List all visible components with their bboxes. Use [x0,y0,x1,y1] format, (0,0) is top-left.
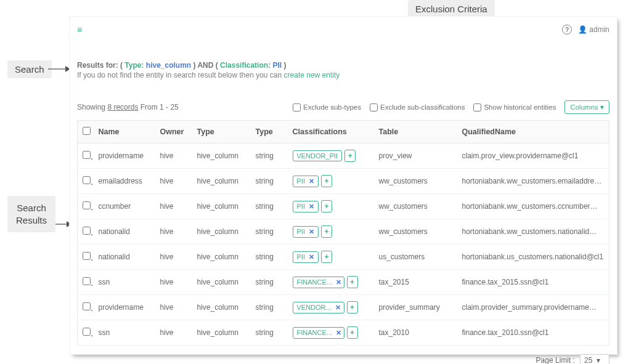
type-label: Type: [124,61,145,70]
classification-tag[interactable]: PII✕ [293,201,319,212]
owner-cell: hive [155,169,192,194]
add-classification-button[interactable]: + [321,251,332,263]
page-limit-select[interactable]: 25 ▾ [580,354,609,364]
name-cell[interactable]: ssn [94,270,155,295]
show-historical[interactable]: Show historical entities [473,103,556,111]
help-icon[interactable]: ? [562,25,572,34]
remove-tag-icon[interactable]: ✕ [309,228,314,236]
columns-button[interactable]: Columns ▾ [564,100,609,114]
helper-text: If you do not find the entity in search … [77,71,284,79]
col-name[interactable]: Name [94,121,155,144]
table-cell[interactable]: provider_summary [374,295,457,320]
remove-tag-icon[interactable]: ✕ [309,177,314,185]
owner-cell: hive [155,295,192,320]
table-cell[interactable]: us_customers [374,245,457,270]
classification-tag[interactable]: VENDOR...✕ [293,302,344,313]
col-type2[interactable]: Type [251,121,288,144]
class-value: PII [272,61,282,70]
topbar: ≡ ? admin [77,22,609,38]
records-count: 8 records [107,103,138,111]
remove-tag-icon[interactable]: ✕ [336,278,341,286]
add-classification-button[interactable]: + [344,150,356,162]
name-cell[interactable]: ssn [94,320,155,346]
showing-post: From 1 - 25 [138,103,178,111]
page-limit-label: Page Limit : [536,356,575,364]
exclude-sub-types[interactable]: Exclude sub-types [293,103,361,111]
add-classification-button[interactable]: + [347,301,358,313]
table-row: emailaddresshivehive_columnstringPII✕+ww… [78,169,609,194]
add-classification-button[interactable]: + [321,175,332,187]
classification-tag[interactable]: FINANCE...✕ [293,277,344,288]
remove-tag-icon[interactable]: ✕ [309,253,314,261]
classification-tag[interactable]: VENDOR_PII [293,150,343,161]
table-cell[interactable]: prov_view [374,144,457,169]
row-checkbox[interactable] [83,227,91,235]
type2-cell: string [251,320,288,346]
table-cell[interactable]: ww_customers [374,169,457,194]
type-value: hive_column [146,61,191,70]
row-checkbox[interactable] [83,252,91,260]
select-all-checkbox[interactable] [83,127,91,135]
classification-tag[interactable]: PII✕ [293,251,319,263]
table-cell[interactable]: tax_2010 [374,320,457,346]
qualified-name-cell: claim.provider_summary.providername@cl1 [457,295,609,320]
table-row: providernamehivehive_columnstringVENDOR_… [78,144,609,169]
classification-tag[interactable]: FINANCE...✕ [293,327,344,339]
table-row: nationalidhivehive_columnstringPII✕+us_c… [78,245,609,270]
col-qualified-name[interactable]: QualifiedName [457,121,609,144]
class-label: Classification: [220,61,272,70]
type-cell[interactable]: hive_column [192,270,251,295]
row-checkbox[interactable] [83,302,91,310]
classification-tag[interactable]: PII✕ [293,226,319,238]
qualified-name-cell: claim.prov_view.providername@cl1 [457,144,609,169]
name-cell[interactable]: emailaddress [94,169,155,194]
name-cell[interactable]: providername [94,295,155,320]
add-classification-button[interactable]: + [321,225,332,238]
row-checkbox[interactable] [83,201,91,209]
add-classification-button[interactable]: + [347,326,358,339]
type-cell[interactable]: hive_column [192,295,251,320]
name-cell[interactable]: providername [94,144,155,169]
type-cell[interactable]: hive_column [192,194,251,219]
callout-search: Search [7,60,52,78]
add-classification-button[interactable]: + [347,276,358,288]
type-cell[interactable]: hive_column [192,169,251,194]
classification-tag[interactable]: PII✕ [293,176,319,187]
type-cell[interactable]: hive_column [192,219,251,245]
username[interactable]: admin [589,25,609,34]
table-row: providernamehivehive_columnstringVENDOR.… [78,295,609,320]
name-cell[interactable]: nationalid [94,219,155,245]
callout-search-results: Search Results [7,196,55,232]
row-checkbox[interactable] [83,328,91,336]
remove-tag-icon[interactable]: ✕ [336,329,341,337]
type-cell[interactable]: hive_column [192,245,251,270]
name-cell[interactable]: ccnumber [94,194,155,219]
create-entity-link[interactable]: create new entity [284,71,340,79]
toolbar: Showing 8 records From 1 - 25 Exclude su… [77,100,609,114]
remove-tag-icon[interactable]: ✕ [335,304,341,312]
owner-cell: hive [155,245,192,270]
table-cell[interactable]: ww_customers [374,219,457,245]
owner-cell: hive [155,144,192,169]
type-cell[interactable]: hive_column [192,144,251,169]
exclude-sub-class-label: Exclude sub-classifications [380,103,465,111]
col-table[interactable]: Table [374,121,457,144]
type2-cell: string [251,194,288,219]
name-cell[interactable]: nationalid [94,245,155,270]
exclude-sub-classifications[interactable]: Exclude sub-classifications [370,103,465,111]
table-cell[interactable]: ww_customers [374,194,457,219]
row-checkbox[interactable] [83,277,91,285]
type2-cell: string [251,270,288,295]
owner-cell: hive [155,320,192,346]
add-classification-button[interactable]: + [321,200,332,212]
col-classifications[interactable]: Classifications [288,121,374,144]
col-owner[interactable]: Owner [155,121,192,144]
col-type[interactable]: Type [192,121,251,144]
remove-tag-icon[interactable]: ✕ [309,203,314,211]
type-cell[interactable]: hive_column [192,320,251,346]
row-checkbox[interactable] [83,151,91,159]
owner-cell: hive [155,219,192,245]
hamburger-icon[interactable]: ≡ [77,25,82,34]
row-checkbox[interactable] [83,176,91,184]
table-cell[interactable]: tax_2015 [374,270,457,295]
